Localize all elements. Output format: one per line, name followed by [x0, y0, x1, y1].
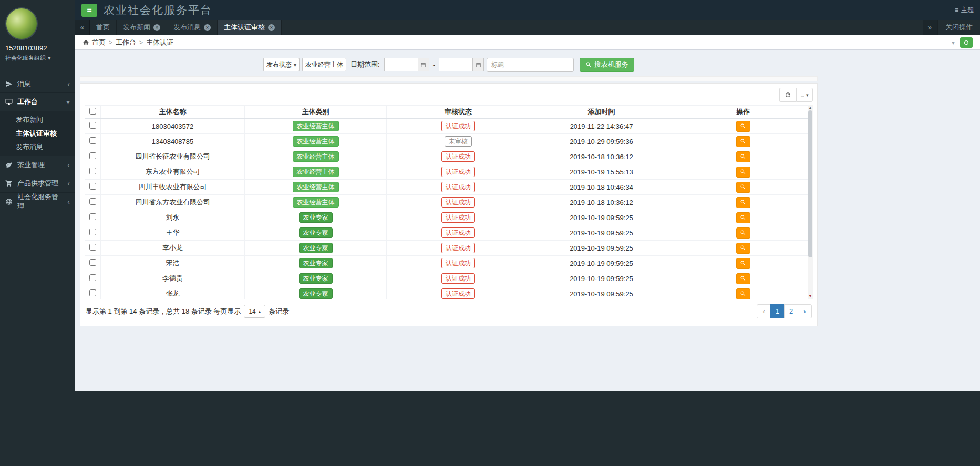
search-icon [740, 138, 746, 144]
date-from-group [384, 58, 429, 71]
sidebar-item-supply-demand[interactable]: 产品供求管理 ‹ [0, 174, 75, 193]
cart-icon [5, 179, 14, 188]
close-operations-button[interactable]: 关闭操作 [937, 20, 980, 35]
row-checkbox[interactable] [89, 229, 96, 235]
search-button[interactable]: 搜农机服务 [580, 58, 634, 72]
row-checkbox[interactable] [89, 274, 96, 281]
table-footer: 显示第 1 到第 14 条记录，总共 18 条记录 每页显示 14 ▴ 条记录 … [85, 299, 813, 322]
avatar[interactable] [5, 7, 38, 40]
top-header: ≡ 农业社会化服务平台 ≡ 主题 [75, 0, 980, 20]
row-checkbox[interactable] [89, 168, 96, 174]
scrollbar-track[interactable] [808, 110, 813, 294]
row-checkbox[interactable] [89, 244, 96, 251]
row-checkbox[interactable] [89, 289, 96, 296]
workbench-submenu: 发布新闻 主体认证审核 发布消息 [0, 111, 75, 156]
tab-publish-message[interactable]: 发布消息 × [167, 20, 218, 35]
caret-up-icon: ▴ [259, 309, 261, 314]
column-header-category: 主体类别 [245, 106, 387, 119]
subject-type-select[interactable]: 农业经营主体 [302, 58, 346, 71]
table-container: 主体名称 主体类别 审核状态 添加时间 操作 18030403572 农业经营主… [85, 105, 813, 299]
title-search-input[interactable] [487, 58, 574, 72]
page-size-select[interactable]: 14 ▴ [244, 305, 265, 318]
category-badge: 农业经营主体 [293, 151, 339, 162]
calendar-button[interactable] [472, 58, 484, 71]
added-time: 2019-10-18 10:36:12 [570, 153, 633, 161]
user-role[interactable]: 社会化服务组织 ▾ [5, 54, 70, 62]
table-row: 王华 农业专家 认证成功 2019-10-19 09:59:25 [85, 225, 813, 241]
sidebar-item-subject-audit[interactable]: 主体认证审核 [0, 127, 75, 140]
added-time: 2019-10-19 09:59:25 [570, 275, 633, 283]
date-to-input[interactable] [439, 58, 472, 71]
sidebar-item-publish-message[interactable]: 发布消息 [0, 140, 75, 154]
search-icon [740, 245, 746, 251]
hamburger-menu-button[interactable]: ≡ [81, 4, 97, 17]
search-icon [740, 230, 746, 236]
view-detail-button[interactable] [736, 151, 750, 162]
status-badge: 认证成功 [441, 182, 475, 192]
table-toolbar: ≡ ▾ [85, 88, 813, 102]
select-all-checkbox[interactable] [89, 108, 96, 115]
refresh-icon [785, 91, 791, 98]
scrollbar-thumb[interactable] [808, 110, 812, 257]
calendar-button[interactable] [418, 58, 429, 71]
close-icon[interactable]: × [204, 24, 211, 31]
list-icon: ≡ [955, 6, 958, 14]
subject-name: 东方农业有限公司 [146, 168, 200, 175]
breadcrumb-home[interactable]: 首页 [82, 38, 106, 47]
page-button-2[interactable]: 2 [784, 304, 798, 318]
tab-home[interactable]: 首页 [90, 20, 117, 35]
row-checkbox[interactable] [89, 198, 96, 205]
previous-page-button[interactable]: ‹ [757, 304, 771, 318]
scroll-down-icon[interactable]: ▼ [809, 294, 812, 299]
view-detail-button[interactable] [736, 167, 750, 178]
collapse-caret-icon[interactable]: ▾ [952, 39, 955, 46]
sidebar-item-messages[interactable]: 消息 ‹ [0, 75, 75, 93]
column-header-time: 添加时间 [530, 106, 673, 119]
date-range-label: 日期范围: [350, 60, 380, 69]
view-detail-button[interactable] [736, 288, 750, 299]
columns-toggle-button[interactable]: ≡ ▾ [796, 88, 813, 102]
scroll-up-icon[interactable]: ▲ [809, 105, 812, 110]
sidebar-item-social-service[interactable]: 社会化服务管理 ‹ [0, 193, 75, 211]
publish-status-select[interactable]: 发布状态 ▾ [263, 58, 300, 71]
subject-name: 四川丰收农业有限公司 [139, 183, 207, 191]
tabs-scroll-right-button[interactable]: » [923, 20, 937, 35]
view-detail-button[interactable] [736, 227, 750, 239]
table-scrollbar[interactable]: ▲ ▼ [808, 105, 813, 299]
view-detail-button[interactable] [736, 212, 750, 223]
tab-publish-news[interactable]: 发布新闻 × [117, 20, 167, 35]
breadcrumb-workbench[interactable]: 工作台 [116, 38, 136, 47]
row-checkbox[interactable] [89, 183, 96, 190]
tabs-scroll-left-button[interactable]: « [75, 20, 90, 35]
added-time: 2019-10-29 09:59:36 [570, 138, 633, 146]
row-checkbox[interactable] [89, 122, 96, 129]
view-detail-button[interactable] [736, 136, 750, 147]
next-page-button[interactable]: › [798, 304, 812, 318]
theme-switcher[interactable]: ≡ 主题 [955, 6, 974, 15]
view-detail-button[interactable] [736, 182, 750, 193]
close-icon[interactable]: × [153, 24, 160, 31]
row-checkbox[interactable] [89, 137, 96, 144]
date-from-input[interactable] [384, 58, 418, 71]
sidebar-item-tea-management[interactable]: 茶业管理 ‹ [0, 156, 75, 174]
added-time: 2019-10-18 10:46:34 [570, 183, 633, 191]
view-detail-button[interactable] [736, 258, 750, 269]
row-checkbox[interactable] [89, 152, 96, 159]
row-checkbox[interactable] [89, 259, 96, 266]
page-button-1[interactable]: 1 [770, 304, 785, 318]
refresh-table-button[interactable] [779, 88, 796, 102]
view-detail-button[interactable] [736, 243, 750, 254]
breadcrumb-subject-auth: 主体认证 [146, 38, 173, 47]
category-badge: 农业专家 [299, 258, 333, 268]
view-detail-button[interactable] [736, 273, 750, 284]
row-checkbox[interactable] [89, 213, 96, 220]
sidebar-item-workbench[interactable]: 工作台 ▾ [0, 93, 75, 111]
close-icon[interactable]: × [268, 24, 275, 31]
tab-subject-audit[interactable]: 主体认证审核 × [218, 20, 282, 35]
view-detail-button[interactable] [736, 121, 750, 132]
table-row: 13408408785 农业经营主体 未审核 2019-10-29 09:59:… [85, 134, 813, 149]
sidebar-item-publish-news[interactable]: 发布新闻 [0, 113, 75, 127]
refresh-page-button[interactable] [960, 37, 973, 48]
caret-down-icon: ▾ [294, 62, 296, 68]
view-detail-button[interactable] [736, 197, 750, 208]
